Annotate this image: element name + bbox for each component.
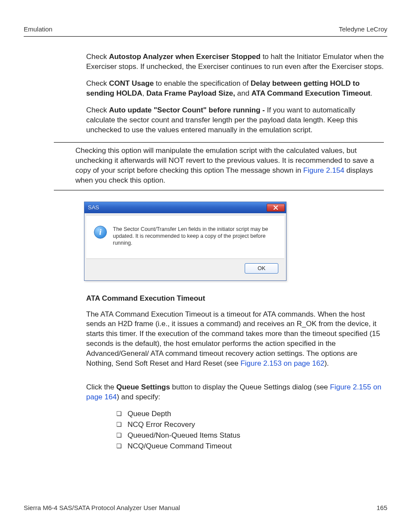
page-footer: Sierra M6-4 SAS/SATA Protocol Analyzer U… [24,504,387,512]
note-box: Checking this option will manipulate the… [54,142,384,190]
link-figure-2-153[interactable]: Figure 2.153 on page 162 [240,359,324,367]
dialog-body: i The Sector Count/Transfer Len fields i… [86,215,284,259]
ok-button[interactable]: OK [245,263,278,274]
close-button[interactable] [267,204,285,212]
dialog-button-row: OK [86,259,284,279]
link-figure-2-154[interactable]: Figure 2.154 [303,166,344,174]
paragraph-ata-timeout: The ATA Command Execution Timeout is a t… [86,310,384,369]
dialog-titlebar: SAS [84,202,286,213]
header-company: Teledyne LeCroy [339,25,387,34]
paragraph-cont-usage: Check CONT Usage to enable the specifica… [86,79,384,99]
queue-settings-list: Queue Depth NCQ Error Recovery Queued/No… [116,409,384,451]
dialog-title: SAS [88,204,99,212]
paragraph-autostop: Check Autostop Analyzer when Exerciser S… [86,52,384,72]
sas-dialog: SAS i The Sector Count/Transfer Len fiel… [84,202,286,281]
info-icon: i [94,226,107,239]
page-header: Emulation Teledyne LeCroy [24,25,387,37]
paragraph-auto-update: Check Auto update "Sector Count" before … [86,106,384,135]
close-icon [273,205,278,210]
list-item: NCQ/Queue Command Timeout [116,442,384,451]
list-item: Queue Depth [116,409,384,419]
dialog-message: The Sector Count/Transfer Len fields in … [113,226,277,246]
footer-title: Sierra M6-4 SAS/SATA Protocol Analyzer U… [24,504,180,512]
paragraph-queue-settings: Click the Queue Settings button to displ… [86,383,384,402]
header-section: Emulation [24,25,53,34]
list-item: Queued/Non-Queued Items Status [116,431,384,441]
section-title-ata-timeout: ATA Command Execution Timeout [86,294,384,304]
footer-page-number: 165 [377,504,387,512]
list-item: NCQ Error Recovery [116,420,384,430]
